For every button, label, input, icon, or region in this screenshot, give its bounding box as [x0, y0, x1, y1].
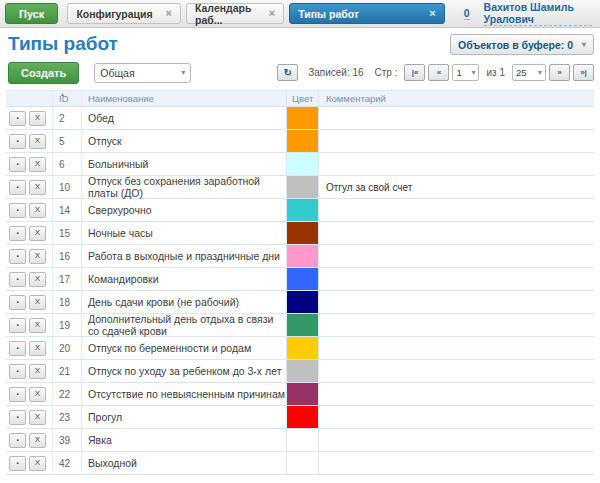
edit-row-button[interactable]: ▪ — [9, 410, 26, 425]
title-row: Типы работ Объектов в буфере: 0 ▾ — [6, 28, 594, 59]
create-button[interactable]: Создать — [8, 62, 79, 84]
delete-row-button[interactable]: X — [29, 111, 46, 126]
records-count-label: Записей: 16 — [308, 67, 363, 78]
prev-page-icon: « — [437, 68, 441, 77]
row-color-cell — [286, 245, 319, 267]
table-row: ▪ X 39 Явка — [6, 429, 594, 452]
edit-row-button[interactable]: ▪ — [9, 203, 26, 218]
edit-row-button[interactable]: ▪ — [9, 364, 26, 379]
header-id[interactable]: ▴ ID — [52, 91, 81, 106]
header-name[interactable]: Наименование — [81, 91, 286, 106]
row-comment — [319, 130, 594, 152]
user-name-link[interactable]: Вахитов Шамиль Уралович — [484, 1, 592, 26]
row-name: Обед — [81, 107, 286, 129]
row-actions-cell: ▪ X — [6, 245, 52, 267]
delete-row-button[interactable]: X — [29, 341, 46, 356]
next-page-button[interactable]: » — [549, 64, 570, 81]
close-icon[interactable]: × — [269, 8, 275, 19]
edit-row-button[interactable]: ▪ — [9, 341, 26, 356]
delete-row-button[interactable]: X — [29, 456, 46, 471]
buffer-button[interactable]: Объектов в буфере: 0 ▾ — [450, 34, 594, 55]
edit-row-button[interactable]: ▪ — [9, 456, 26, 471]
row-name: Прогул — [81, 406, 286, 428]
row-actions-cell: ▪ X — [6, 199, 52, 221]
refresh-button[interactable]: ↻ — [277, 64, 298, 81]
edit-icon: ▪ — [16, 161, 18, 167]
color-swatch — [287, 429, 318, 451]
row-name: Отсутствие по невыясненным причинам — [81, 383, 286, 405]
page-number-select[interactable]: 1 ▾ — [452, 64, 479, 81]
edit-row-button[interactable]: ▪ — [9, 387, 26, 402]
edit-row-button[interactable]: ▪ — [9, 295, 26, 310]
edit-row-button[interactable]: ▪ — [9, 226, 26, 241]
edit-icon: ▪ — [16, 391, 18, 397]
prev-page-button[interactable]: « — [428, 64, 449, 81]
row-comment: Отгул за свой счет — [319, 176, 594, 198]
edit-icon: ▪ — [16, 115, 18, 121]
row-id: 6 — [52, 153, 81, 175]
edit-icon: ▪ — [16, 368, 18, 374]
notifications-count-link[interactable]: 0 — [464, 7, 470, 20]
delete-row-button[interactable]: X — [29, 226, 46, 241]
edit-row-button[interactable]: ▪ — [9, 111, 26, 126]
edit-icon: ▪ — [16, 207, 18, 213]
edit-row-button[interactable]: ▪ — [9, 249, 26, 264]
row-comment — [319, 291, 594, 313]
row-name: Командировки — [81, 268, 286, 290]
tab-work-types[interactable]: Типы работ × — [289, 3, 444, 24]
row-actions-cell: ▪ X — [6, 107, 52, 129]
row-actions-cell: ▪ X — [6, 291, 52, 313]
table-row: ▪ X 14 Сверхурочно — [6, 199, 594, 222]
row-actions-cell: ▪ X — [6, 153, 52, 175]
color-swatch — [287, 107, 318, 129]
delete-row-button[interactable]: X — [29, 364, 46, 379]
color-swatch — [287, 153, 318, 175]
sort-asc-icon: ▴ — [61, 91, 64, 97]
delete-row-button[interactable]: X — [29, 157, 46, 172]
edit-row-button[interactable]: ▪ — [9, 157, 26, 172]
delete-row-button[interactable]: X — [29, 295, 46, 310]
pagination: ↻ Записей: 16 Стр : |« « 1 ▾ из 1 25 ▾ »… — [277, 64, 594, 81]
delete-icon: X — [35, 435, 40, 444]
tab-configuration[interactable]: Конфигурация × — [67, 3, 181, 24]
filter-select[interactable]: Общая ▾ — [94, 63, 191, 83]
top-taskbar: Пуск Конфигурация × Календарь раб... × Т… — [0, 0, 600, 28]
start-button[interactable]: Пуск — [5, 3, 58, 24]
row-color-cell — [286, 383, 319, 405]
page-size-value: 25 — [516, 67, 527, 78]
edit-row-button[interactable]: ▪ — [9, 272, 26, 287]
tab-work-calendar[interactable]: Календарь раб... × — [186, 3, 284, 24]
first-page-button[interactable]: |« — [404, 64, 425, 81]
close-icon[interactable]: × — [429, 8, 435, 19]
row-actions-cell: ▪ X — [6, 314, 52, 336]
edit-row-button[interactable]: ▪ — [9, 134, 26, 149]
row-color-cell — [286, 176, 319, 198]
edit-icon: ▪ — [16, 345, 18, 351]
row-id: 19 — [52, 314, 81, 336]
delete-row-button[interactable]: X — [29, 410, 46, 425]
header-color[interactable]: Цвет — [286, 91, 319, 106]
edit-row-button[interactable]: ▪ — [9, 318, 26, 333]
row-comment — [319, 153, 594, 175]
delete-row-button[interactable]: X — [29, 272, 46, 287]
chevron-down-icon: ▾ — [582, 41, 586, 49]
row-comment — [319, 199, 594, 221]
delete-row-button[interactable]: X — [29, 249, 46, 264]
edit-row-button[interactable]: ▪ — [9, 180, 26, 195]
delete-row-button[interactable]: X — [29, 203, 46, 218]
close-icon[interactable]: × — [166, 8, 172, 19]
delete-row-button[interactable]: X — [29, 134, 46, 149]
tab-label: Конфигурация — [76, 8, 152, 20]
delete-icon: X — [35, 228, 40, 237]
first-page-icon: |« — [412, 68, 419, 77]
delete-row-button[interactable]: X — [29, 433, 46, 448]
delete-row-button[interactable]: X — [29, 180, 46, 195]
delete-row-button[interactable]: X — [29, 387, 46, 402]
header-comment[interactable]: Комментарий — [319, 91, 594, 106]
delete-row-button[interactable]: X — [29, 318, 46, 333]
delete-icon: X — [35, 113, 40, 122]
page-size-select[interactable]: 25 ▾ — [512, 64, 546, 81]
last-page-button[interactable]: »| — [573, 64, 594, 81]
color-swatch — [287, 406, 318, 428]
edit-row-button[interactable]: ▪ — [9, 433, 26, 448]
